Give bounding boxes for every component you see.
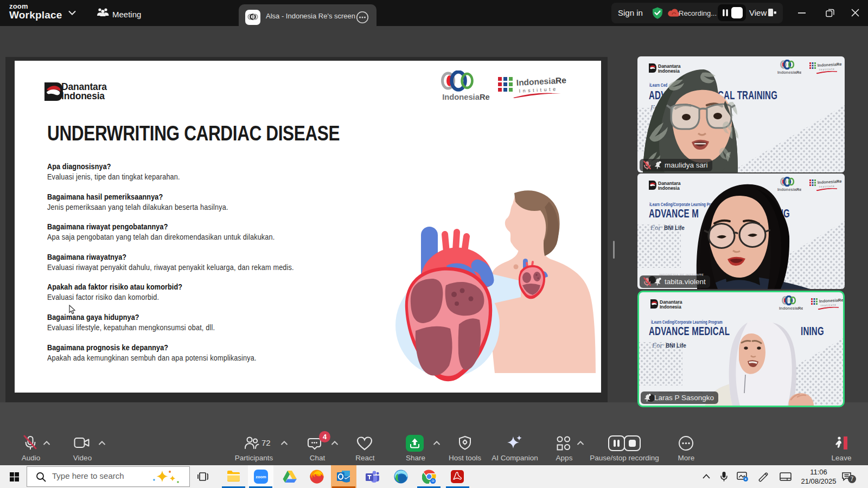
svg-text:IndonesiaRe: IndonesiaRe <box>442 92 490 101</box>
svg-text:Institute: Institute <box>519 86 558 94</box>
svg-text:IndonesiaRe: IndonesiaRe <box>516 76 566 87</box>
